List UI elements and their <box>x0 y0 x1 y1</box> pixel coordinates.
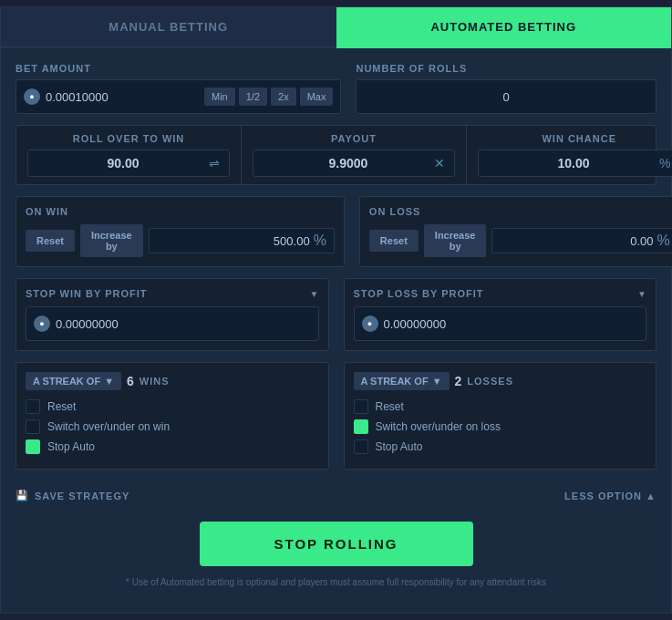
disclaimer-text: * Use of Automated betting is optional a… <box>16 577 656 598</box>
stop-rolling-button[interactable]: STOP ROLLING <box>200 522 473 566</box>
on-loss-box: ON LOSS Reset Increase by % <box>359 196 672 267</box>
streak-win-header: A STREAK OF ▼ 6 WINS <box>26 372 319 390</box>
streak-loss-check-3[interactable] <box>354 439 368 454</box>
roll-over-input-box: ⇌ <box>27 150 230 177</box>
streak-loss-check-1-label: Reset <box>376 400 404 413</box>
tab-manual[interactable]: MANUAL BETTING <box>1 7 336 48</box>
roll-over-label: ROLL OVER TO WIN <box>27 133 230 144</box>
streak-win-type: WINS <box>140 376 170 387</box>
bet-amount-label: BET AMOUNT <box>16 63 341 74</box>
streak-win-number: 6 <box>127 374 134 388</box>
bet-amount-input[interactable] <box>46 90 199 104</box>
streak-loss-number: 2 <box>455 374 462 388</box>
save-strategy-label: SAVE STRATEGY <box>35 491 129 501</box>
stop-loss-input[interactable] <box>384 317 639 331</box>
stop-loss-input-box: ● <box>354 306 647 341</box>
on-loss-increase-button[interactable]: Increase by <box>424 224 487 257</box>
roll-over-input[interactable] <box>37 156 209 170</box>
streak-loss-check-1[interactable] <box>354 399 368 414</box>
streak-loss-checkbox-1: Reset <box>354 399 647 414</box>
stop-loss-label: STOP LOSS BY PROFIT <box>354 288 484 299</box>
on-win-increase-button[interactable]: Increase by <box>80 224 143 257</box>
number-of-rolls-label: NUMBER OF ROLLS <box>356 63 656 74</box>
streak-loss-check-2-label: Switch over/under on loss <box>376 420 501 433</box>
streak-loss-check-2[interactable] <box>354 419 368 434</box>
streak-win-check-2[interactable] <box>26 419 40 434</box>
streak-win-dropdown[interactable]: A STREAK OF ▼ <box>26 372 121 390</box>
win-chance-input-box: % <box>478 150 672 177</box>
min-button[interactable]: Min <box>204 88 235 106</box>
number-of-rolls-input-box <box>356 79 656 114</box>
streak-win-checkbox-3: Stop Auto <box>26 439 319 454</box>
content-area: BET AMOUNT ● Min 1/2 2x Max NUMBER OF RO… <box>1 48 671 613</box>
on-win-reset-button[interactable]: Reset <box>26 230 75 252</box>
stop-section: STOP WIN BY PROFIT ▼ ● STOP LOSS BY PROF… <box>16 278 656 351</box>
close-icon[interactable]: ✕ <box>434 156 445 170</box>
streak-loss-dropdown-label: A STREAK OF <box>361 376 429 387</box>
win-chance-input[interactable] <box>488 156 659 170</box>
stop-win-input[interactable] <box>56 317 311 331</box>
stop-loss-header: STOP LOSS BY PROFIT ▼ <box>354 288 647 299</box>
streak-loss-dropdown[interactable]: A STREAK OF ▼ <box>354 372 450 390</box>
save-strategy-button[interactable]: 💾 SAVE STRATEGY <box>16 490 129 501</box>
win-chance-label: WIN CHANCE <box>478 133 672 144</box>
streak-win-dropdown-label: A STREAK OF <box>33 376 100 387</box>
on-win-input[interactable] <box>157 234 310 248</box>
on-win-controls: Reset Increase by % <box>26 224 335 257</box>
half-button[interactable]: 1/2 <box>239 88 267 106</box>
streak-win-check-1[interactable] <box>26 399 40 414</box>
on-win-unit: % <box>314 232 326 249</box>
stop-win-input-box: ● <box>26 306 319 341</box>
stop-loss-dropdown-arrow[interactable]: ▼ <box>637 289 646 299</box>
streak-loss-type: LOSSES <box>467 376 513 387</box>
bet-amount-col: BET AMOUNT ● Min 1/2 2x Max <box>16 63 341 114</box>
payout-input[interactable] <box>263 156 434 170</box>
win-chance-cell: WIN CHANCE % <box>467 126 672 184</box>
max-button[interactable]: Max <box>300 88 334 106</box>
on-loss-unit: % <box>656 232 669 249</box>
streak-win-check-3[interactable] <box>26 439 40 454</box>
streak-win-dropdown-arrow: ▼ <box>104 376 114 387</box>
streak-loss-header: A STREAK OF ▼ 2 LOSSES <box>354 372 647 390</box>
number-of-rolls-input[interactable] <box>364 90 648 104</box>
on-win-label: ON WIN <box>26 206 335 217</box>
main-container: MANUAL BETTING AUTOMATED BETTING BET AMO… <box>0 6 672 614</box>
streak-win-check-1-label: Reset <box>47 400 76 413</box>
streak-win-box: A STREAK OF ▼ 6 WINS Reset Switch over/u… <box>16 362 329 470</box>
stop-win-label: STOP WIN BY PROFIT <box>26 288 148 299</box>
streak-win-checkbox-2: Switch over/under on win <box>26 419 319 434</box>
coin-icon: ● <box>24 88 40 105</box>
on-loss-input[interactable] <box>500 234 653 248</box>
stop-win-coin-icon: ● <box>34 315 50 332</box>
swap-icon[interactable]: ⇌ <box>209 156 220 170</box>
payout-row: ROLL OVER TO WIN ⇌ PAYOUT ✕ WIN CHANCE <box>16 126 656 184</box>
bottom-bar: 💾 SAVE STRATEGY LESS OPTION ▲ <box>16 480 656 511</box>
streak-loss-checkbox-3: Stop Auto <box>354 439 647 454</box>
on-loss-reset-button[interactable]: Reset <box>369 230 419 252</box>
on-win-box: ON WIN Reset Increase by % <box>16 196 345 267</box>
on-loss-input-box: % <box>491 228 672 253</box>
roll-over-cell: ROLL OVER TO WIN ⇌ <box>16 126 242 184</box>
tabs: MANUAL BETTING AUTOMATED BETTING <box>1 7 671 48</box>
streak-loss-checkbox-2: Switch over/under on loss <box>354 419 647 434</box>
tab-automated[interactable]: AUTOMATED BETTING <box>336 7 672 48</box>
less-option-button[interactable]: LESS OPTION ▲ <box>564 491 656 501</box>
stop-win-dropdown-arrow[interactable]: ▼ <box>310 289 319 299</box>
payout-section: ROLL OVER TO WIN ⇌ PAYOUT ✕ WIN CHANCE <box>16 125 656 185</box>
number-of-rolls-col: NUMBER OF ROLLS <box>356 63 656 114</box>
payout-cell: PAYOUT ✕ <box>242 126 467 184</box>
double-button[interactable]: 2x <box>271 88 296 106</box>
streak-win-check-3-label: Stop Auto <box>47 440 95 453</box>
stop-loss-coin-icon: ● <box>362 315 378 332</box>
on-loss-label: ON LOSS <box>369 206 672 217</box>
stop-win-box: STOP WIN BY PROFIT ▼ ● <box>16 278 329 351</box>
percent-icon: % <box>659 156 670 170</box>
save-icon: 💾 <box>16 490 29 501</box>
streak-loss-box: A STREAK OF ▼ 2 LOSSES Reset Switch over… <box>344 362 657 470</box>
streak-loss-check-3-label: Stop Auto <box>376 440 423 453</box>
bet-amount-buttons: Min 1/2 2x Max <box>204 88 333 106</box>
on-win-input-box: % <box>149 228 335 253</box>
stop-loss-box: STOP LOSS BY PROFIT ▼ ● <box>344 278 657 351</box>
streak-win-check-2-label: Switch over/under on win <box>47 420 170 433</box>
top-row: BET AMOUNT ● Min 1/2 2x Max NUMBER OF RO… <box>16 63 656 114</box>
